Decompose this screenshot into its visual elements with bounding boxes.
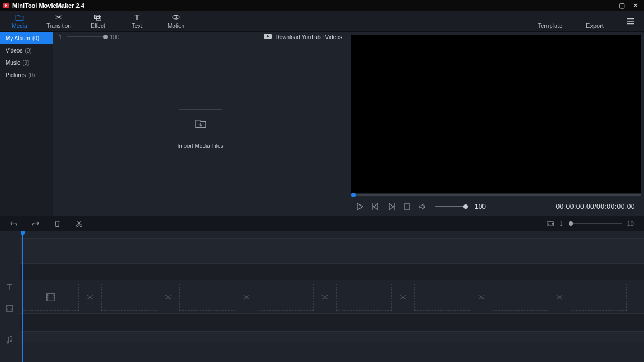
svg-point-19 <box>7 341 8 343</box>
transition-slot[interactable] <box>80 284 100 311</box>
transition-slot[interactable] <box>236 284 257 311</box>
main-toolbar: Media Transition Effect Text Motion Temp… <box>0 11 644 32</box>
import-media-button[interactable] <box>179 109 222 137</box>
svg-point-15 <box>80 225 82 226</box>
redo-button[interactable] <box>32 220 39 227</box>
clip-slot[interactable] <box>101 284 157 311</box>
title-bar: MiniTool MovieMaker 2.4 — ▢ ✕ <box>0 0 644 11</box>
stop-button[interactable] <box>404 203 410 210</box>
time-display: 00:00:00.00/00:00:00.00 <box>556 203 635 211</box>
step-back-button[interactable] <box>372 203 379 210</box>
tab-label: Motion <box>168 23 184 29</box>
maximize-button[interactable]: ▢ <box>619 2 625 9</box>
sidebar-item-pictures[interactable]: Pictures (0) <box>0 69 53 81</box>
svg-marker-8 <box>357 203 363 210</box>
thumb-zoom-max: 100 <box>110 34 120 40</box>
youtube-icon <box>264 34 272 40</box>
sidebar-item-label: Music <box>6 60 20 66</box>
split-button[interactable] <box>75 220 83 227</box>
delete-button[interactable] <box>54 220 61 227</box>
undo-button[interactable] <box>10 220 17 227</box>
text-icon <box>132 13 141 21</box>
menu-button[interactable] <box>617 11 644 31</box>
transition-slot[interactable] <box>158 284 178 311</box>
window-controls: — ▢ ✕ <box>604 2 641 9</box>
svg-point-20 <box>10 340 12 342</box>
tab-effect[interactable]: Effect <box>78 11 117 31</box>
tab-label: Media <box>12 23 27 29</box>
close-button[interactable]: ✕ <box>633 2 638 9</box>
text-track-icon <box>6 283 13 291</box>
sidebar-item-myalbum[interactable]: My Album (0) <box>0 32 53 44</box>
timeline <box>0 231 644 362</box>
motion-icon <box>172 13 181 21</box>
svg-marker-11 <box>389 203 394 210</box>
transition-icon <box>54 13 63 21</box>
sidebar-item-label: Videos <box>6 47 22 54</box>
clip-slot[interactable] <box>571 284 627 311</box>
playhead[interactable] <box>22 231 23 362</box>
svg-point-4 <box>176 16 177 18</box>
app-logo <box>3 3 9 8</box>
svg-rect-13 <box>404 204 410 209</box>
timeline-ruler[interactable] <box>20 231 644 239</box>
edit-toolbar: 1 10 <box>0 216 644 231</box>
template-label: Template <box>538 22 563 29</box>
clip-slot[interactable] <box>336 284 392 311</box>
tab-label: Text <box>132 23 142 29</box>
svg-point-14 <box>77 225 78 226</box>
volume-slider[interactable] <box>435 206 466 207</box>
timeline-zoom-max: 10 <box>627 220 634 227</box>
step-forward-button[interactable] <box>388 203 395 210</box>
sidebar-item-count: (0) <box>25 47 31 54</box>
template-button[interactable]: Template <box>528 11 572 31</box>
preview-video <box>351 35 641 193</box>
transition-slot[interactable] <box>550 284 570 311</box>
sidebar-item-label: My Album <box>6 35 30 41</box>
svg-marker-9 <box>373 203 378 210</box>
tab-motion[interactable]: Motion <box>157 11 196 31</box>
effect-icon <box>93 13 102 21</box>
download-youtube-link[interactable]: Download YouTube Videos <box>264 34 342 40</box>
timeline-spacer <box>20 239 644 263</box>
media-panel: 1 100 Download YouTube Videos Import Med… <box>53 32 348 216</box>
preview-panel: 100 00:00:00.00/00:00:00.00 <box>348 32 644 216</box>
timeline-spacer <box>20 331 644 342</box>
timeline-zoom-slider[interactable] <box>569 223 622 224</box>
svg-marker-0 <box>5 4 7 7</box>
text-track[interactable] <box>20 263 644 280</box>
thumb-zoom-slider[interactable] <box>67 36 106 37</box>
transition-slot[interactable] <box>471 284 491 311</box>
tab-media[interactable]: Media <box>0 11 39 31</box>
tab-transition[interactable]: Transition <box>39 11 78 31</box>
volume-value: 100 <box>475 203 486 211</box>
play-button[interactable] <box>357 203 363 210</box>
tab-text[interactable]: Text <box>117 11 157 31</box>
import-media-label: Import Media Files <box>177 143 223 149</box>
sidebar-item-count: (0) <box>28 72 35 78</box>
sidebar-item-videos[interactable]: Videos (0) <box>0 44 53 56</box>
transition-slot[interactable] <box>315 284 335 311</box>
clip-slot[interactable] <box>179 284 235 311</box>
sidebar-item-label: Pictures <box>6 72 26 78</box>
transition-slot[interactable] <box>393 284 413 311</box>
video-track[interactable] <box>20 280 644 313</box>
audio-track[interactable] <box>20 313 644 331</box>
clip-slot[interactable] <box>493 284 548 311</box>
clip-slot[interactable] <box>414 284 470 311</box>
seek-bar[interactable] <box>351 193 641 197</box>
thumb-zoom-min: 1 <box>59 34 62 40</box>
volume-button[interactable] <box>419 203 426 210</box>
sidebar-item-music[interactable]: Music (9) <box>0 56 53 69</box>
minimize-button[interactable]: — <box>604 2 611 9</box>
fit-button[interactable] <box>547 220 554 227</box>
sidebar-item-count: (9) <box>22 60 29 66</box>
audio-track-icon <box>6 336 13 344</box>
tab-label: Transition <box>46 23 71 29</box>
clip-slot[interactable] <box>258 284 314 311</box>
download-label: Download YouTube Videos <box>275 34 342 40</box>
clip-slot[interactable] <box>23 284 79 311</box>
media-sidebar: My Album (0) Videos (0) Music (9) Pictur… <box>0 32 53 216</box>
export-button[interactable]: Export <box>572 11 617 31</box>
sidebar-item-count: (0) <box>32 35 39 41</box>
